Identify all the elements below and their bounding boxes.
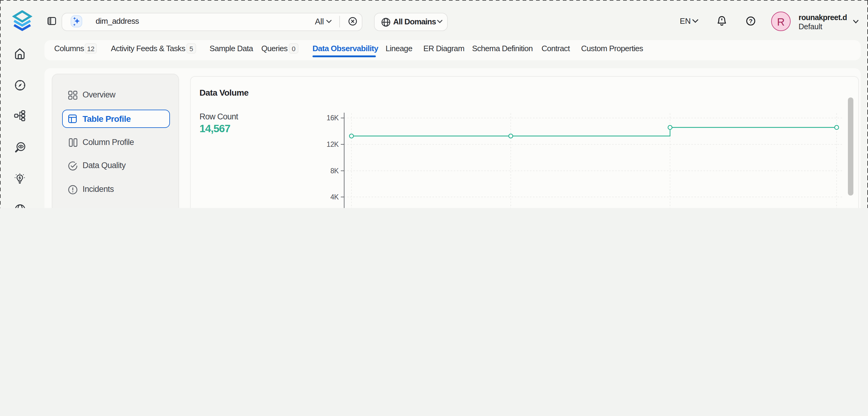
- svg-text:4K: 4K: [331, 193, 339, 201]
- svg-text:12K: 12K: [327, 140, 339, 148]
- svg-text:8K: 8K: [331, 167, 339, 175]
- svg-text:?: ?: [749, 18, 752, 24]
- svg-text:16K: 16K: [327, 114, 339, 122]
